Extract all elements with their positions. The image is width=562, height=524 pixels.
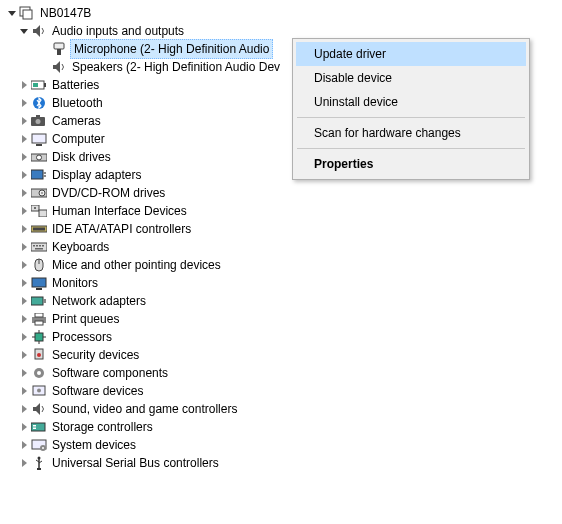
- printer-icon: [30, 311, 48, 327]
- category-processors[interactable]: Processors: [6, 328, 562, 346]
- category-security[interactable]: Security devices: [6, 346, 562, 364]
- svg-rect-52: [31, 423, 45, 431]
- chevron-right-icon[interactable]: [18, 81, 30, 89]
- category-swdev[interactable]: Software devices: [6, 382, 562, 400]
- svg-rect-1: [23, 10, 32, 19]
- chevron-right-icon[interactable]: [18, 189, 30, 197]
- context-menu: Update driver Disable device Uninstall d…: [292, 38, 530, 180]
- category-network[interactable]: Network adapters: [6, 292, 562, 310]
- svg-point-20: [41, 192, 43, 194]
- svg-rect-41: [35, 333, 43, 341]
- keyboard-icon: [30, 239, 48, 255]
- category-hid[interactable]: Human Interface Devices: [6, 202, 562, 220]
- camera-icon: [30, 113, 48, 129]
- svg-rect-40: [35, 321, 43, 325]
- svg-rect-22: [39, 210, 47, 217]
- category-label: Software components: [50, 364, 172, 382]
- chevron-right-icon[interactable]: [18, 171, 30, 179]
- chevron-right-icon[interactable]: [18, 225, 30, 233]
- chevron-right-icon[interactable]: [18, 423, 30, 431]
- menu-update-driver[interactable]: Update driver: [296, 42, 526, 66]
- menu-separator: [297, 148, 525, 149]
- menu-scan-hardware[interactable]: Scan for hardware changes: [296, 121, 526, 145]
- menu-uninstall-device[interactable]: Uninstall device: [296, 90, 526, 114]
- tree-root[interactable]: NB0147B: [6, 4, 562, 22]
- category-sound[interactable]: Sound, video and game controllers: [6, 400, 562, 418]
- category-mice[interactable]: Mice and other pointing devices: [6, 256, 562, 274]
- sound-icon: [30, 401, 48, 417]
- chevron-right-icon[interactable]: [18, 459, 30, 467]
- svg-point-14: [37, 155, 42, 160]
- menu-properties[interactable]: Properties: [296, 152, 526, 176]
- device-label: Speakers (2- High Definition Audio Dev: [70, 58, 284, 76]
- speaker-icon: [50, 59, 68, 75]
- category-label: DVD/CD-ROM drives: [50, 184, 169, 202]
- category-system[interactable]: System devices: [6, 436, 562, 454]
- category-print[interactable]: Print queues: [6, 310, 562, 328]
- network-icon: [30, 293, 48, 309]
- svg-rect-37: [43, 299, 46, 303]
- svg-rect-36: [31, 297, 43, 305]
- disk-icon: [30, 149, 48, 165]
- audio-icon: [30, 23, 48, 39]
- chevron-right-icon[interactable]: [18, 99, 30, 107]
- chevron-right-icon[interactable]: [18, 387, 30, 395]
- category-label: Print queues: [50, 310, 123, 328]
- chevron-down-icon[interactable]: [6, 9, 18, 17]
- chevron-right-icon[interactable]: [18, 207, 30, 215]
- battery-icon: [30, 77, 48, 93]
- chevron-right-icon[interactable]: [18, 351, 30, 359]
- chevron-right-icon[interactable]: [18, 243, 30, 251]
- chevron-right-icon[interactable]: [18, 117, 30, 125]
- svg-rect-5: [44, 83, 46, 87]
- category-keyboards[interactable]: Keyboards: [6, 238, 562, 256]
- svg-rect-53: [33, 425, 36, 427]
- category-label: Storage controllers: [50, 418, 157, 436]
- category-label: Bluetooth: [50, 94, 107, 112]
- menu-separator: [297, 117, 525, 118]
- svg-rect-15: [31, 170, 43, 179]
- chevron-right-icon[interactable]: [18, 297, 30, 305]
- chevron-right-icon[interactable]: [18, 369, 30, 377]
- chevron-right-icon[interactable]: [18, 405, 30, 413]
- mouse-icon: [30, 257, 48, 273]
- chevron-right-icon[interactable]: [18, 279, 30, 287]
- menu-disable-device[interactable]: Disable device: [296, 66, 526, 90]
- chevron-down-icon[interactable]: [18, 27, 30, 35]
- category-label: Cameras: [50, 112, 105, 130]
- category-label: Human Interface Devices: [50, 202, 191, 220]
- chevron-right-icon[interactable]: [18, 135, 30, 143]
- category-dvd[interactable]: DVD/CD-ROM drives: [6, 184, 562, 202]
- category-label: Batteries: [50, 76, 103, 94]
- svg-point-51: [37, 388, 41, 392]
- svg-point-57: [42, 447, 44, 449]
- svg-rect-6: [33, 83, 38, 87]
- category-ide[interactable]: IDE ATA/ATAPI controllers: [6, 220, 562, 238]
- svg-rect-31: [35, 248, 43, 250]
- category-storage[interactable]: Storage controllers: [6, 418, 562, 436]
- chevron-right-icon[interactable]: [18, 315, 30, 323]
- category-usb[interactable]: Universal Serial Bus controllers: [6, 454, 562, 472]
- usb-icon: [30, 455, 48, 471]
- category-label: Computer: [50, 130, 109, 148]
- category-label: Mice and other pointing devices: [50, 256, 225, 274]
- chevron-right-icon[interactable]: [18, 153, 30, 161]
- category-label: Monitors: [50, 274, 102, 292]
- bluetooth-icon: [30, 95, 48, 111]
- svg-rect-17: [43, 175, 46, 177]
- category-swcomp[interactable]: Software components: [6, 364, 562, 382]
- category-label: Security devices: [50, 346, 143, 364]
- svg-point-23: [34, 207, 36, 209]
- cpu-icon: [30, 329, 48, 345]
- category-label: Processors: [50, 328, 116, 346]
- chevron-right-icon[interactable]: [18, 441, 30, 449]
- svg-rect-28: [36, 245, 38, 247]
- category-monitors[interactable]: Monitors: [6, 274, 562, 292]
- display-adapter-icon: [30, 167, 48, 183]
- chevron-right-icon[interactable]: [18, 261, 30, 269]
- svg-rect-27: [33, 245, 35, 247]
- chevron-right-icon[interactable]: [18, 333, 30, 341]
- category-label: Universal Serial Bus controllers: [50, 454, 223, 472]
- device-label: Microphone (2- High Definition Audio: [70, 39, 273, 59]
- dvd-icon: [30, 185, 48, 201]
